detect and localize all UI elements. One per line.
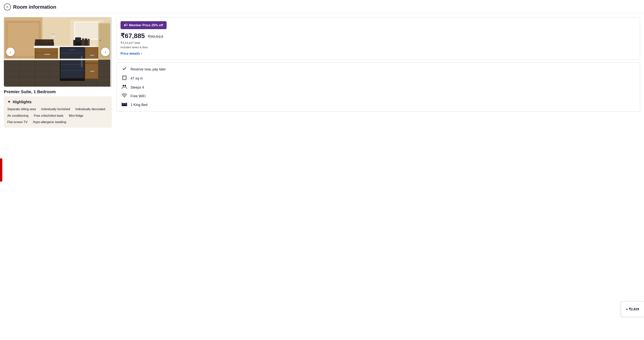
svg-rect-33 bbox=[61, 70, 84, 71]
highlight-flatscreen: Flat-screen TV bbox=[7, 120, 28, 125]
svg-rect-36 bbox=[60, 79, 85, 81]
svg-rect-47 bbox=[85, 38, 87, 46]
highlight-individually-furnished: Individually furnished bbox=[41, 107, 70, 112]
modal-title: Room information bbox=[13, 4, 56, 10]
price-row: ₹67,885 ₹90,513 bbox=[120, 32, 636, 40]
svg-rect-32 bbox=[61, 65, 84, 65]
svg-rect-50 bbox=[35, 39, 54, 42]
svg-rect-46 bbox=[82, 38, 84, 46]
reserve-label: Reserve now, pay later bbox=[130, 67, 166, 71]
member-badge-label: Member Price 25% off bbox=[129, 23, 163, 27]
amenity-reserve: Reserve now, pay later bbox=[121, 66, 635, 72]
amenities-card: Reserve now, pay later 47 sq m bbox=[116, 62, 640, 112]
highlight-individually-decorated: Individually decorated bbox=[76, 107, 105, 112]
svg-rect-56 bbox=[123, 76, 126, 79]
wifi-label: Free WiFi bbox=[130, 94, 146, 98]
svg-rect-34 bbox=[81, 56, 82, 67]
svg-rect-45 bbox=[76, 38, 80, 42]
modal-header: × Room information bbox=[0, 0, 644, 13]
highlights-list: Separate sitting area Individually furni… bbox=[7, 107, 108, 125]
wifi-icon bbox=[121, 93, 128, 99]
bed-icon bbox=[121, 102, 128, 108]
people-icon bbox=[121, 85, 128, 90]
svg-rect-52 bbox=[52, 33, 53, 35]
svg-rect-18 bbox=[75, 23, 98, 38]
svg-rect-48 bbox=[88, 39, 90, 46]
tag-icon: 🏷 bbox=[124, 23, 128, 27]
original-price: ₹90,513 bbox=[148, 34, 163, 39]
total-amount: ₹3,13,427 total bbox=[120, 41, 636, 45]
svg-rect-54 bbox=[4, 59, 98, 60]
room-image bbox=[4, 17, 112, 87]
svg-rect-41 bbox=[90, 71, 94, 72]
svg-rect-64 bbox=[122, 103, 122, 106]
svg-point-21 bbox=[100, 40, 101, 41]
scrollbar[interactable] bbox=[110, 17, 112, 87]
svg-point-58 bbox=[124, 85, 126, 87]
svg-point-57 bbox=[123, 85, 124, 87]
svg-rect-23 bbox=[36, 48, 57, 59]
amenity-room-size: 47 sq m bbox=[121, 75, 635, 81]
amenity-sleeps: Sleeps 4 bbox=[121, 85, 635, 90]
highlight-separate-sitting: Separate sitting area bbox=[7, 107, 36, 112]
svg-rect-30 bbox=[61, 53, 84, 53]
right-panel: 🏷 Member Price 25% off ₹67,885 ₹90,513 ₹… bbox=[116, 17, 640, 128]
svg-rect-25 bbox=[44, 54, 50, 55]
includes-text: includes taxes & fees bbox=[120, 45, 636, 50]
highlight-air-conditioning: Air conditioning bbox=[7, 113, 28, 118]
highlight-mini-fridge: Mini-fridge bbox=[69, 113, 83, 118]
price-total: ₹3,13,427 total includes taxes & fees bbox=[120, 41, 636, 49]
next-image-button[interactable]: › bbox=[101, 48, 110, 56]
room-size-label: 47 sq m bbox=[130, 76, 143, 81]
bed-label: 1 King Bed bbox=[130, 103, 148, 107]
highlights-title: Highlights bbox=[13, 100, 32, 104]
room-image-container: ‹ › bbox=[4, 17, 112, 87]
left-panel: ‹ › Premier Suite, 1 Bedroom ✦ Highlight… bbox=[4, 17, 112, 128]
svg-rect-65 bbox=[126, 103, 127, 106]
main-content: ‹ › Premier Suite, 1 Bedroom ✦ Highlight… bbox=[0, 13, 644, 128]
next-icon: › bbox=[105, 50, 106, 54]
sparkle-icon: ✦ bbox=[7, 99, 11, 104]
close-icon: × bbox=[6, 5, 8, 9]
close-button[interactable]: × bbox=[4, 4, 11, 11]
current-price: ₹67,885 bbox=[120, 32, 145, 40]
amenity-bed: 1 King Bed bbox=[121, 102, 635, 108]
svg-point-59 bbox=[124, 97, 125, 98]
member-badge: 🏷 Member Price 25% off bbox=[120, 21, 166, 29]
highlight-bedding: Hypo-allergenic bedding bbox=[33, 120, 66, 125]
highlights-header: ✦ Highlights bbox=[7, 99, 108, 104]
price-details-link[interactable]: Price details › bbox=[120, 52, 636, 56]
svg-rect-35 bbox=[70, 49, 75, 51]
svg-rect-49 bbox=[35, 42, 54, 46]
room-name: Premier Suite, 1 Bedroom bbox=[4, 89, 112, 94]
check-icon bbox=[121, 66, 128, 72]
highlight-cribs: Free cribs/infant beds bbox=[34, 113, 64, 118]
price-details-label: Price details bbox=[120, 52, 140, 56]
sleeps-label: Sleeps 4 bbox=[130, 86, 144, 90]
price-card: 🏷 Member Price 25% off ₹67,885 ₹90,513 ₹… bbox=[116, 17, 640, 60]
price-details-chevron-icon: › bbox=[141, 52, 142, 56]
highlights-section: ✦ Highlights Separate sitting area Indiv… bbox=[4, 96, 112, 128]
svg-rect-29 bbox=[61, 48, 84, 78]
prev-icon: ‹ bbox=[10, 50, 11, 54]
room-size-icon bbox=[121, 75, 128, 81]
amenity-wifi: Free WiFi bbox=[121, 93, 635, 99]
svg-rect-53 bbox=[54, 33, 55, 35]
svg-rect-40 bbox=[90, 55, 94, 56]
prev-image-button[interactable]: ‹ bbox=[6, 48, 15, 56]
